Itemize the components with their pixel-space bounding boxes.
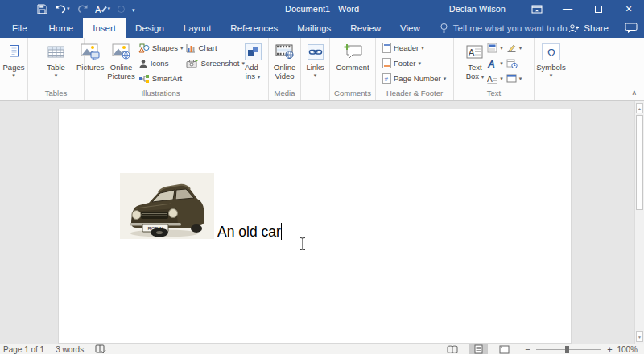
add-ins-button[interactable]: Add- ins ▾	[243, 39, 263, 88]
shapes-button[interactable]: Shapes▾	[137, 40, 185, 56]
undo-icon[interactable]: ▾	[55, 4, 70, 14]
signature-line-icon	[506, 43, 517, 53]
group-symbols: Ω Symbols ▾	[535, 38, 568, 100]
group-label-text: Text	[454, 88, 534, 100]
proofing-status-icon[interactable]	[95, 344, 106, 354]
document-page[interactable]: ROBIN An old car	[58, 109, 572, 344]
close-button[interactable]: ×	[613, 0, 644, 18]
svg-text:A: A	[488, 59, 495, 69]
online-pictures-icon	[112, 41, 131, 63]
title-bar: ▾ A ▾ ▾ Document1 - Word Declan Wilson —…	[0, 0, 644, 18]
document-text-line[interactable]: An old car	[217, 222, 282, 241]
icons-button[interactable]: Icons	[137, 56, 185, 71]
ribbon: Pages ▾ Table ▾ Tables	[0, 38, 644, 101]
online-video-button[interactable]: Online Video	[272, 39, 297, 88]
status-bar: Page 1 of 1 3 words − + 100%	[0, 344, 644, 354]
zoom-slider-thumb[interactable]	[565, 346, 569, 353]
collapse-ribbon-icon[interactable]: ∧	[631, 88, 637, 97]
pages-icon	[7, 41, 20, 63]
tab-home[interactable]: Home	[39, 18, 84, 38]
links-button[interactable]: Links ▾	[304, 39, 325, 88]
ribbon-display-options-icon[interactable]	[522, 0, 552, 18]
tell-me-label: Tell me what you want to do	[453, 23, 568, 33]
zoom-slider[interactable]	[536, 344, 601, 354]
zoom-in-button[interactable]: +	[605, 344, 613, 354]
add-ins-icon	[245, 41, 262, 63]
group-label-addins	[237, 88, 268, 100]
tab-insert[interactable]: Insert	[83, 18, 126, 38]
tab-view[interactable]: View	[390, 18, 430, 38]
scroll-down-icon[interactable]: ▼	[636, 331, 643, 342]
svg-text:#: #	[385, 76, 389, 83]
group-addins: Add- ins ▾	[237, 38, 269, 100]
links-icon	[308, 41, 324, 63]
vertical-scrollbar[interactable]: ▲ ▼	[634, 101, 644, 344]
web-layout-button[interactable]	[494, 344, 514, 354]
tab-mailings[interactable]: Mailings	[287, 18, 341, 38]
word-count[interactable]: 3 words	[56, 345, 84, 354]
signature-line-button[interactable]: ▾	[505, 40, 524, 56]
wordart-button[interactable]: A ▾	[485, 56, 505, 71]
comment-button[interactable]: Comment	[334, 39, 370, 88]
group-illustrations: Pictures Online Pictures Shapes▾	[85, 38, 237, 100]
footer-button[interactable]: Footer▾	[381, 56, 448, 71]
text-box-icon: A	[466, 41, 483, 63]
group-label-pages	[0, 88, 27, 100]
header-button[interactable]: Header▾	[381, 40, 448, 56]
scrollbar-thumb[interactable]	[636, 115, 643, 210]
tell-me-box[interactable]: Tell me what you want to do	[440, 18, 568, 38]
object-button[interactable]: ▾	[505, 71, 524, 86]
svg-text:A: A	[487, 74, 493, 83]
smartart-button[interactable]: SmartArt	[137, 71, 185, 86]
group-text: A Text Box ▾ ▾ A ▾ A ▾	[454, 38, 535, 100]
symbols-button[interactable]: Ω Symbols ▾	[535, 39, 567, 88]
comment-icon	[343, 41, 363, 63]
zoom-level[interactable]: 100%	[617, 345, 638, 354]
online-pictures-button[interactable]: Online Pictures	[105, 39, 136, 88]
tab-layout[interactable]: Layout	[174, 18, 221, 38]
tab-review[interactable]: Review	[341, 18, 390, 38]
header-icon	[382, 43, 391, 53]
online-video-icon	[275, 41, 295, 63]
screenshot-icon	[186, 59, 198, 68]
read-mode-button[interactable]	[443, 344, 462, 354]
tab-references[interactable]: References	[221, 18, 287, 38]
pictures-button[interactable]: Pictures	[75, 39, 105, 88]
pages-button[interactable]: Pages ▾	[2, 39, 27, 88]
ibeam-cursor	[299, 237, 307, 251]
scroll-up-icon[interactable]: ▲	[636, 103, 643, 113]
print-layout-button[interactable]	[469, 344, 488, 354]
undo-dropdown-icon[interactable]: ▾	[67, 6, 70, 12]
redo-icon	[77, 4, 88, 14]
table-button[interactable]: Table ▾	[45, 39, 67, 88]
font-style-dropdown-icon[interactable]: ▾	[108, 6, 111, 12]
svg-text:A: A	[95, 5, 101, 14]
zoom-out-button[interactable]: −	[523, 344, 531, 354]
drop-cap-button[interactable]: A ▾	[485, 71, 505, 86]
object-icon	[506, 74, 517, 83]
font-style-tool-icon[interactable]: A ▾	[95, 4, 111, 14]
user-name[interactable]: Declan Wilson	[449, 4, 506, 14]
share-button[interactable]: Share	[568, 23, 609, 33]
group-label-illustrations: Illustrations	[85, 88, 237, 100]
tab-design[interactable]: Design	[126, 18, 174, 38]
page-number-button[interactable]: # Page Number▾	[381, 71, 448, 86]
shapes-icon	[138, 43, 150, 53]
customize-qat-icon[interactable]: ▾	[132, 6, 135, 13]
text-box-button[interactable]: A Text Box ▾	[464, 39, 486, 88]
save-icon[interactable]	[37, 4, 47, 14]
date-time-button[interactable]	[505, 56, 524, 71]
quick-parts-button[interactable]: ▾	[485, 40, 505, 56]
ribbon-tab-row: File Home Insert Design Layout Reference…	[0, 18, 644, 38]
document-canvas[interactable]: ROBIN An old car ▲ ▼	[0, 101, 644, 344]
feedback-icon[interactable]	[625, 23, 638, 33]
tab-file[interactable]: File	[0, 18, 39, 38]
group-pages: Pages ▾	[0, 38, 28, 100]
minimize-button[interactable]: —	[552, 0, 583, 18]
page-indicator[interactable]: Page 1 of 1	[3, 345, 44, 354]
car-image[interactable]: ROBIN	[120, 173, 214, 239]
read-mode-icon	[447, 345, 458, 354]
maximize-button[interactable]	[583, 0, 613, 18]
group-media: Online Video Media	[269, 38, 301, 100]
quick-parts-icon	[487, 43, 497, 53]
